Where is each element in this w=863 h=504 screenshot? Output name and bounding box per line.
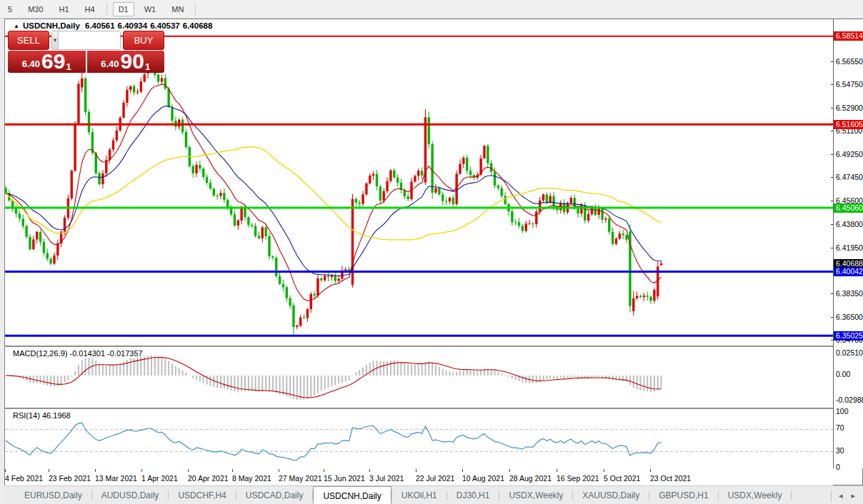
chart-tab-bar: EURUSD,DailyAUDUSD,DailyUSDCHF,H4USDCAD,… — [5, 485, 863, 504]
toolbar-separator — [106, 3, 107, 16]
date-label: 4 Feb 2021 — [5, 474, 43, 483]
date-tick — [232, 469, 233, 472]
price-tick — [831, 131, 834, 131]
volume-decrease-icon[interactable]: ▼ — [52, 31, 58, 49]
date-label: 1 Apr 2021 — [141, 474, 178, 483]
price-tick — [831, 108, 834, 109]
tab-usdx-weekly[interactable]: USDX,Weekly — [719, 486, 792, 504]
date-tick — [557, 469, 557, 472]
price-tick-label: 6.41950 — [836, 243, 863, 252]
buy-price-fraction: 1 — [145, 63, 150, 71]
ohlc-high: 6.40934 — [118, 21, 148, 30]
price-tick-label: 6.49250 — [836, 150, 863, 158]
tab-ukoil-h1[interactable]: UKOil,H1 — [392, 486, 447, 504]
date-label: 22 Jul 2021 — [416, 474, 454, 483]
rsi-axis-label: 0 — [836, 463, 840, 471]
sell-price-pips: 69 — [41, 51, 65, 71]
tabs-scroll-left-icon[interactable]: ◂ — [834, 491, 847, 500]
timeframe-button-m5[interactable]: 5 — [2, 2, 18, 16]
date-tick — [141, 469, 142, 472]
volume-input[interactable] — [58, 31, 121, 49]
sell-price-base: 6.40 — [22, 57, 40, 71]
chart-window: ▲USDCNH,Daily 6.405616.409346.405376.406… — [4, 19, 863, 485]
rsi-axis-label: 70 — [836, 423, 844, 432]
tab-dj30-h1[interactable]: DJ30,H1 — [447, 486, 499, 504]
rsi-pane[interactable]: RSI(14) 46.1968 — [5, 408, 833, 468]
tab-audusd-daily[interactable]: AUDUSD,Daily — [92, 486, 169, 504]
timeframe-button-w1[interactable]: W1 — [139, 2, 162, 16]
chart-symbol-period: USDCNH,Daily — [23, 21, 80, 30]
price-tick — [831, 61, 834, 62]
tab-scroll-arrows: ◂▸ — [831, 486, 859, 504]
chart-title: ▲USDCNH,Daily 6.405616.409346.405376.406… — [14, 21, 215, 30]
tab-xauusd-daily[interactable]: XAUUSD,Daily — [573, 486, 649, 504]
date-axis: 4 Feb 202123 Feb 202113 Mar 20211 Apr 20… — [5, 469, 833, 485]
price-axis: 6.565506.547506.529006.511006.492506.474… — [833, 19, 863, 468]
date-label: 13 Mar 2021 — [95, 474, 137, 483]
rsi-canvas — [5, 409, 833, 468]
date-label: 20 Apr 2021 — [188, 474, 229, 483]
price-tick-label: 6.47450 — [836, 173, 863, 181]
date-tick — [279, 469, 279, 472]
date-label: 23 Oct 2021 — [650, 474, 691, 483]
timeframe-button-d1[interactable]: D1 — [113, 2, 134, 16]
date-tick — [324, 469, 324, 472]
date-tick — [49, 469, 49, 472]
sell-button[interactable]: SELL — [8, 31, 49, 50]
tab-usdcad-daily[interactable]: USDCAD,Daily — [236, 486, 313, 504]
price-tick-label: 6.36500 — [836, 313, 863, 321]
date-label: 10 Aug 2021 — [462, 474, 504, 483]
date-tick — [509, 469, 510, 472]
price-tick — [831, 317, 834, 318]
price-badge: 6.40042 — [834, 267, 863, 276]
price-tick — [831, 201, 834, 201]
ohlc-open: 6.40561 — [85, 21, 115, 30]
rsi-name: RSI(14) — [13, 411, 40, 420]
price-badge: 6.58514 — [834, 31, 863, 41]
price-tick — [831, 84, 834, 85]
macd-label: MACD(12,26,9) -0.014301 -0.017357 — [13, 349, 143, 358]
one-click-trade-widget: SELL ▼ ▲ BUY 6.40 69 1 6.40 — [8, 31, 164, 73]
tab-separator — [791, 490, 792, 500]
date-tick — [650, 469, 651, 472]
volume-stepper: ▼ ▲ — [51, 31, 121, 50]
price-tick — [831, 224, 834, 225]
tab-eurusd-daily[interactable]: EURUSD,Daily — [15, 486, 91, 504]
tab-usdx-weekly[interactable]: USDX,Weekly — [499, 486, 572, 504]
tab-usdcnh-daily[interactable]: USDCNH,Daily — [313, 486, 391, 504]
buy-price-pips: 90 — [121, 51, 144, 71]
date-label: 28 Aug 2021 — [509, 474, 552, 483]
macd-values: -0.014301 -0.017357 — [69, 349, 142, 358]
macd-name: MACD(12,26,9) — [13, 349, 67, 358]
rsi-label: RSI(14) 46.1968 — [13, 411, 71, 420]
tab-arrows-separator — [831, 490, 832, 502]
tab-gbpusd-h1[interactable]: GBPUSD,H1 — [649, 486, 717, 504]
date-label: 8 May 2021 — [232, 474, 271, 483]
timeframe-button-h1[interactable]: H1 — [54, 2, 75, 16]
macd-axis-label: 0.025108 — [836, 348, 863, 357]
buy-button[interactable]: BUY — [123, 31, 164, 50]
date-label: 5 Oct 2021 — [604, 474, 640, 483]
date-tick — [95, 469, 96, 472]
collapse-triangle-icon[interactable]: ▲ — [14, 23, 19, 29]
tabs-scroll-right-icon[interactable]: ▸ — [847, 491, 859, 500]
timeframe-button-h4[interactable]: H4 — [79, 2, 101, 16]
price-tick — [831, 177, 834, 178]
toolbar-separator — [195, 3, 196, 16]
price-tick-label: 6.54750 — [836, 80, 863, 89]
date-tick — [188, 469, 189, 472]
date-tick — [462, 469, 463, 472]
timeframe-button-mn[interactable]: MN — [166, 2, 189, 16]
buy-price-display[interactable]: 6.40 90 1 — [87, 51, 165, 73]
price-tick — [831, 248, 834, 248]
tab-usdchf-h4[interactable]: USDCHF,H4 — [169, 486, 235, 504]
date-label: 15 Jun 2021 — [324, 474, 365, 483]
date-label: 23 Feb 2021 — [49, 474, 91, 483]
price-tick-label: 6.38350 — [836, 289, 863, 298]
macd-pane[interactable]: MACD(12,26,9) -0.014301 -0.017357 — [5, 346, 833, 406]
price-badge: 6.51605 — [834, 120, 863, 129]
timeframe-button-m30[interactable]: M30 — [22, 2, 49, 16]
price-tick-label: 6.43800 — [836, 220, 863, 228]
sell-price-display[interactable]: 6.40 69 1 — [8, 51, 87, 73]
main-chart-pane[interactable]: ▲USDCNH,Daily 6.405616.409346.405376.406… — [5, 19, 833, 345]
